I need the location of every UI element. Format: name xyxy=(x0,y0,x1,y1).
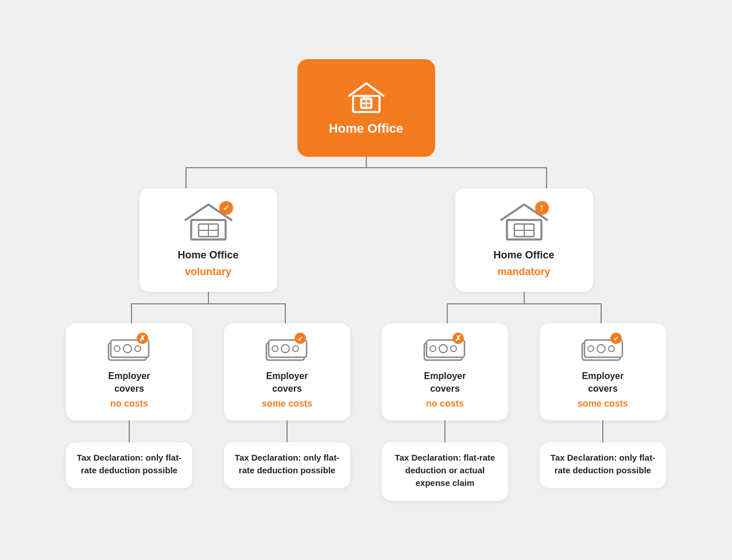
tax-vol-some-text: Tax Declaration: only flat-rate deductio… xyxy=(232,451,342,477)
voluntary-subtitle: voluntary xyxy=(185,266,231,278)
vol-no-text: Employercovers xyxy=(109,370,150,396)
node-tax-vol-some: Tax Declaration: only flat-rate deductio… xyxy=(224,442,350,488)
conn-group-right xyxy=(369,292,679,323)
mandatory-badge: ! xyxy=(535,201,549,215)
tax-vol-no-text: Tax Declaration: only flat-rate deductio… xyxy=(74,451,184,477)
vol-no-sub: no costs xyxy=(110,399,148,409)
root-node: Home Office xyxy=(297,59,435,157)
voluntary-house-icon: ✓ xyxy=(183,200,234,243)
vol-some-sub: some costs xyxy=(262,399,312,409)
home-office-icon xyxy=(346,80,386,117)
man-no-sub: no costs xyxy=(426,399,464,409)
level2-row: ✗ Employercovers no costs ✓ xyxy=(51,323,682,421)
node-tax-man-some: Tax Declaration: only flat-rate deductio… xyxy=(540,442,666,488)
conn-vol-some xyxy=(224,420,350,442)
mandatory-title: Home Office xyxy=(493,249,554,262)
tax-man-no-text: Tax Declaration: flat-rate deduction or … xyxy=(390,451,500,489)
level3-row: Tax Declaration: only flat-rate deductio… xyxy=(51,442,682,500)
tax-man-some-text: Tax Declaration: only flat-rate deductio… xyxy=(548,451,658,477)
node-man-some: ✓ Employercovers some costs xyxy=(540,323,666,421)
node-tax-man-no: Tax Declaration: flat-rate deduction or … xyxy=(382,442,508,500)
node-man-no: ✗ Employercovers no costs xyxy=(382,323,508,421)
vol-some-money-icon: ✓ xyxy=(264,333,310,364)
vol-no-money-icon: ✗ xyxy=(106,333,152,364)
mandatory-subtitle: mandatory xyxy=(497,266,550,278)
conn-vol-no xyxy=(66,420,192,442)
man-no-money-icon: ✗ xyxy=(422,333,468,364)
man-some-sub: some costs xyxy=(578,399,628,409)
node-vol-no: ✗ Employercovers no costs xyxy=(66,323,192,421)
vol-some-text: Employercovers xyxy=(266,370,308,396)
svg-text:✗: ✗ xyxy=(455,334,462,343)
level1-row: ✓ Home Office voluntary ! Home Office ma… xyxy=(51,188,682,291)
man-no-text: Employercovers xyxy=(424,370,466,396)
voluntary-badge: ✓ xyxy=(219,201,233,215)
node-tax-vol-no: Tax Declaration: only flat-rate deductio… xyxy=(66,442,192,488)
diagram: Home Office ✓ Home Office voluntary xyxy=(22,59,711,500)
l1-l2-connector xyxy=(51,292,682,323)
man-some-text: Employercovers xyxy=(582,370,624,396)
svg-text:✓: ✓ xyxy=(613,335,619,343)
node-voluntary: ✓ Home Office voluntary xyxy=(140,188,277,291)
root-label: Home Office xyxy=(329,121,404,136)
conn-man-some xyxy=(540,420,666,442)
conn-group-left xyxy=(53,292,363,323)
mandatory-house-icon: ! xyxy=(498,200,550,243)
svg-text:✓: ✓ xyxy=(297,335,303,343)
man-some-money-icon: ✓ xyxy=(580,333,626,364)
l2-l3-connectors xyxy=(51,420,682,442)
conn-man-no xyxy=(382,420,508,442)
root-connector xyxy=(108,157,625,188)
node-mandatory: ! Home Office mandatory xyxy=(455,188,593,291)
svg-text:✗: ✗ xyxy=(139,334,146,343)
node-vol-some: ✓ Employercovers some costs xyxy=(224,323,350,421)
voluntary-title: Home Office xyxy=(177,249,238,262)
